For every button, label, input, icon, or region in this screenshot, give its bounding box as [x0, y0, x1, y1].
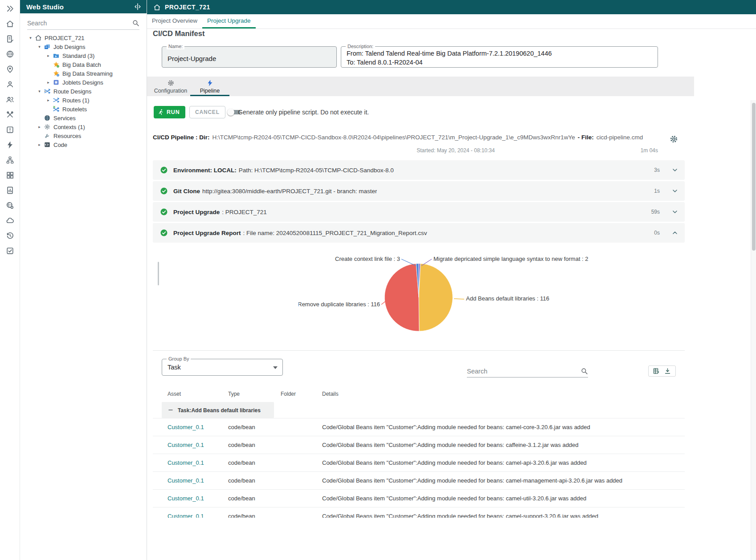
table-row[interactable]: Customer_0.1code/beanCode/Global Beans i…: [153, 472, 685, 490]
cell-details: Code/Global Beans item "Customer":Adding…: [322, 459, 685, 466]
chevrons-right-icon[interactable]: [5, 4, 14, 13]
report-table-header: AssetTypeFolderDetails: [153, 388, 685, 400]
cloud-icon[interactable]: [5, 216, 14, 225]
caret-right-icon[interactable]: ▸: [45, 98, 52, 102]
vertical-scrollbar[interactable]: [751, 100, 756, 560]
group-chip[interactable]: Task:Add Beans default libraries: [162, 402, 274, 418]
main-panel: PROJECT_721 Project Overview Project Upg…: [147, 0, 756, 560]
icon-rail: [0, 0, 20, 560]
globe-gear-icon[interactable]: [5, 201, 14, 210]
asset-link[interactable]: Customer_0.1: [168, 513, 204, 518]
tree-item-joblets-designs[interactable]: ▸Joblets Designs: [20, 78, 147, 87]
collapse-group-icon[interactable]: [168, 407, 174, 413]
tree-item-big-data-streaming[interactable]: Big Data Streaming: [20, 69, 147, 78]
person-icon[interactable]: [5, 80, 14, 89]
name-input[interactable]: [162, 47, 336, 67]
sidebar-search-input[interactable]: [27, 20, 132, 27]
tree-item-project-721[interactable]: ▾PROJECT_721: [20, 33, 147, 42]
bolt-icon[interactable]: [5, 140, 14, 149]
pipeline-step-git-clone[interactable]: Git Clonehttp://gitea:3080/middle-earth/…: [153, 181, 685, 201]
tree-item-route-designs[interactable]: ▾Route Designs: [20, 87, 147, 96]
caret-right-icon[interactable]: ▸: [36, 142, 43, 147]
person-pin-icon[interactable]: [5, 65, 14, 73]
table-row[interactable]: Customer_0.1code/beanCode/Global Beans i…: [153, 490, 685, 507]
pipeline-file-value: cicd-pipeline.cmd: [597, 134, 643, 141]
chevron-up-icon[interactable]: [671, 229, 678, 236]
tree-item-contexts-1[interactable]: ▸Contexts (1): [20, 122, 147, 131]
cancel-button[interactable]: CANCEL: [189, 106, 225, 118]
caret-down-icon[interactable]: ▾: [36, 45, 43, 49]
caret-right-icon[interactable]: ▸: [45, 80, 52, 85]
table-row[interactable]: Customer_0.1code/beanCode/Global Beans i…: [153, 454, 685, 472]
asset-link[interactable]: Customer_0.1: [168, 477, 204, 484]
caret-down-icon[interactable]: ▾: [36, 89, 43, 93]
caret-down-icon[interactable]: ▾: [27, 36, 34, 40]
people-icon[interactable]: [5, 95, 14, 104]
document-edit-icon[interactable]: [5, 34, 14, 43]
tree-item-job-designs[interactable]: ▾Job Designs: [20, 42, 147, 51]
table-row[interactable]: Customer_0.1code/beanCode/Global Beans i…: [153, 436, 685, 454]
route-designs-icon: [44, 88, 51, 95]
page-title: PROJECT_721: [165, 4, 210, 11]
main-header: PROJECT_721: [147, 0, 756, 14]
download-icon[interactable]: [664, 367, 671, 375]
subtab-configuration[interactable]: Configuration: [151, 77, 190, 96]
collapse-sidebar-icon[interactable]: [133, 2, 142, 11]
subtab-pipeline[interactable]: Pipeline: [190, 77, 229, 96]
sitemap-icon[interactable]: [5, 155, 14, 164]
table-search-input[interactable]: [467, 368, 580, 375]
tab-project-upgrade[interactable]: Project Upgrade: [202, 14, 256, 28]
globe-icon[interactable]: [5, 49, 14, 58]
tab-project-overview[interactable]: Project Overview: [147, 14, 202, 28]
caret-right-icon[interactable]: ▸: [45, 53, 52, 58]
pipeline-step-environment-local[interactable]: Environment: LOCAL:Path: H:\TCMP\tcmp-R2…: [153, 160, 685, 180]
tree-item-routelets[interactable]: Routelets: [20, 105, 147, 114]
tree-item-resources[interactable]: Resources: [20, 131, 147, 140]
group-by-select[interactable]: Group By Task: [162, 359, 283, 376]
tree-item-routes-1[interactable]: ▸Routes (1): [20, 96, 147, 105]
caret-right-icon[interactable]: ▸: [36, 125, 43, 129]
history-icon[interactable]: [5, 231, 14, 240]
subtab-bar: Configuration Pipeline: [147, 77, 694, 96]
search-icon[interactable]: [580, 367, 588, 375]
project-tree: ▾PROJECT_721▾Job Designs▸Standard (3)Big…: [20, 33, 147, 149]
chevron-down-icon[interactable]: [671, 166, 678, 174]
pipeline-file-label: - File:: [578, 134, 594, 141]
column-header-folder: Folder: [281, 391, 322, 397]
tree-item-code[interactable]: ▸Code: [20, 140, 147, 149]
description-field[interactable]: Description: From: Talend Talend Real-ti…: [341, 46, 658, 68]
pipeline-step-project-upgrade[interactable]: Project Upgrade: PROJECT_72159s: [153, 202, 685, 222]
chevron-down-icon[interactable]: [671, 208, 678, 215]
asset-link[interactable]: Customer_0.1: [168, 495, 204, 502]
asset-link[interactable]: Customer_0.1: [168, 459, 204, 466]
export-buttons: [648, 365, 676, 377]
tree-item-services[interactable]: Services: [20, 114, 147, 122]
asset-link[interactable]: Customer_0.1: [168, 424, 204, 430]
asset-link[interactable]: Customer_0.1: [168, 442, 204, 448]
step-title: Project Upgrade Report: [173, 230, 241, 236]
toggle-knob[interactable]: [227, 109, 234, 116]
description-line-1: From: Talend Talend Real-time Big Data P…: [341, 49, 658, 58]
run-button[interactable]: RUN: [154, 106, 185, 118]
export-table-icon[interactable]: [653, 367, 660, 375]
tree-item-standard-3[interactable]: ▸Standard (3): [20, 51, 147, 60]
contexts-icon: [44, 123, 51, 130]
box-exclamation-icon[interactable]: [5, 125, 14, 134]
chevron-down-icon[interactable]: [671, 187, 678, 195]
table-row[interactable]: Customer_0.1code/beanCode/Global Beans i…: [153, 418, 685, 436]
home-icon[interactable]: [5, 19, 14, 28]
tools-icon[interactable]: [5, 110, 14, 119]
scrollbar-thumb[interactable]: [752, 103, 756, 251]
file-chart-icon[interactable]: [5, 186, 14, 195]
search-icon[interactable]: [132, 19, 139, 27]
table-group-row[interactable]: Task:Add Beans default libraries: [153, 402, 685, 418]
settings-gear-button[interactable]: [666, 131, 682, 147]
success-check-icon: [160, 208, 168, 216]
tree-item-big-data-batch[interactable]: Big Data Batch: [20, 60, 147, 69]
app-title: Web Studio: [26, 3, 133, 11]
task-check-icon[interactable]: [5, 246, 14, 255]
pipeline-step-project-upgrade-report[interactable]: Project Upgrade Report: File name: 20240…: [153, 223, 685, 243]
dashboard-icon[interactable]: [5, 170, 14, 179]
table-row[interactable]: Customer_0.1code/beanCode/Global Beans i…: [153, 507, 685, 518]
splitter-handle[interactable]: [158, 262, 159, 285]
